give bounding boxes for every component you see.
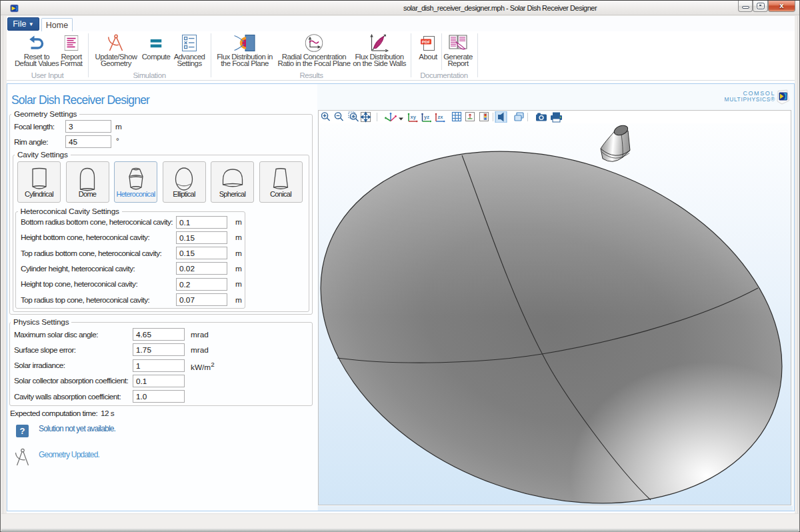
svg-text:xy: xy bbox=[411, 114, 417, 120]
svg-text:zx: zx bbox=[438, 114, 444, 120]
svg-text:yz: yz bbox=[424, 114, 429, 120]
svg-text:PDF: PDF bbox=[422, 39, 431, 44]
